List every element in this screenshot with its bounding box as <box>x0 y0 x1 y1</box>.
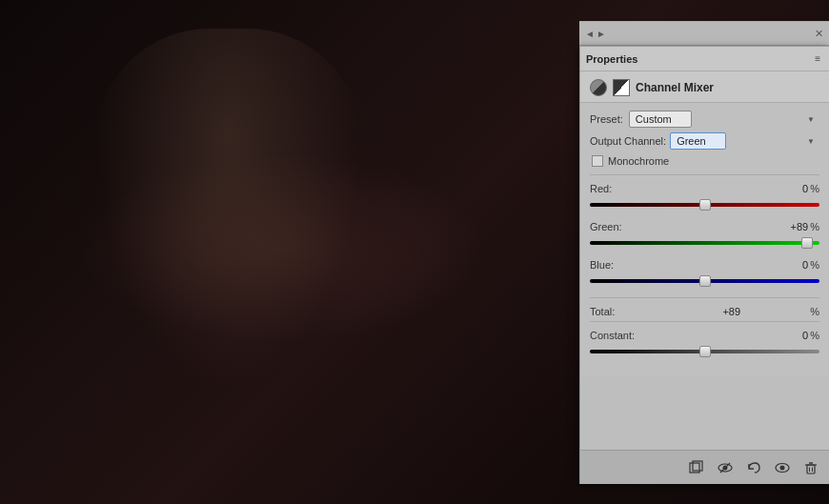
green-track-wrapper[interactable] <box>590 234 819 252</box>
green-value-group: +89 % <box>779 221 819 232</box>
red-label: Red: <box>590 183 633 194</box>
constant-thumb[interactable] <box>699 346 711 357</box>
blue-track-wrapper[interactable] <box>590 272 819 290</box>
panel-title: Properties <box>586 53 637 65</box>
green-thumb[interactable] <box>801 237 813 249</box>
undo-icon[interactable] <box>743 457 764 478</box>
total-pct: % <box>810 306 819 317</box>
preset-label: Preset: <box>590 113 623 125</box>
red-value: 0 <box>779 183 808 194</box>
red-value-group: 0 % <box>779 183 819 194</box>
blue-slider-top: Blue: 0 % <box>590 259 819 271</box>
green-slider-top: Green: +89 % <box>590 221 819 232</box>
channel-mixer-title: Channel Mixer <box>636 81 714 94</box>
svg-rect-7 <box>807 465 815 474</box>
monochrome-label: Monochrome <box>608 155 669 167</box>
divider-1 <box>590 174 819 175</box>
channel-mixer-header: Channel Mixer <box>580 71 829 103</box>
panel-body: Preset: Custom Default Output Channel: R… <box>580 103 829 375</box>
divider-3 <box>590 321 819 322</box>
blue-label: Blue: <box>590 259 633 271</box>
total-row: Total: +89 % <box>590 306 819 317</box>
adjustment-circle-icon <box>590 79 607 96</box>
window-light-effect <box>95 29 362 391</box>
constant-slider-top: Constant: 0 % <box>590 330 819 341</box>
red-thumb[interactable] <box>699 199 711 211</box>
constant-value: 0 <box>779 330 808 341</box>
blue-slider-section: Blue: 0 % <box>590 259 819 290</box>
red-track-wrapper[interactable] <box>590 196 819 213</box>
svg-point-6 <box>780 465 785 470</box>
output-channel-label: Output Channel: <box>590 135 666 147</box>
total-value: +89 <box>712 306 740 317</box>
arrow-left-icon[interactable]: ◄ <box>585 29 595 39</box>
constant-label: Constant: <box>590 330 635 341</box>
constant-track-wrapper[interactable] <box>590 343 819 360</box>
properties-panel: Properties ≡ Channel Mixer Preset: Custo… <box>579 46 829 484</box>
adjustment-square-icon <box>613 79 630 96</box>
constant-value-group: 0 % <box>779 330 819 341</box>
blue-pct: % <box>810 259 819 271</box>
trash-icon[interactable] <box>800 457 821 478</box>
close-icon[interactable]: ✕ <box>815 28 823 40</box>
blue-value: 0 <box>779 259 808 271</box>
red-slider-section: Red: 0 % <box>590 183 819 213</box>
constant-pct: % <box>810 330 819 341</box>
panel-controls: ≡ <box>812 52 823 65</box>
eye-icon[interactable] <box>772 457 793 478</box>
output-channel-row: Output Channel: Red Green Blue <box>590 132 819 150</box>
green-pct: % <box>810 221 819 232</box>
green-slider-section: Green: +89 % <box>590 221 819 252</box>
panel-titlebar: Properties ≡ <box>580 47 829 71</box>
panel-topbar: ◄ ► ✕ <box>579 21 829 46</box>
output-channel-dropdown-wrapper: Red Green Blue <box>670 132 819 150</box>
green-label: Green: <box>590 221 633 232</box>
panel-menu-icon[interactable]: ≡ <box>812 52 823 65</box>
total-label: Total: <box>590 306 642 317</box>
blue-value-group: 0 % <box>779 259 819 271</box>
blue-thumb[interactable] <box>699 275 711 287</box>
red-slider-top: Red: 0 % <box>590 183 819 194</box>
arrow-right-icon[interactable]: ► <box>596 29 606 39</box>
preset-dropdown-wrapper: Custom Default <box>629 111 819 128</box>
topbar-arrows[interactable]: ◄ ► <box>585 29 606 39</box>
constant-slider-section: Constant: 0 % <box>590 330 819 360</box>
panel-title-group: Properties <box>586 53 637 65</box>
output-channel-dropdown[interactable]: Red Green Blue <box>670 132 726 150</box>
visibility-icon[interactable] <box>715 457 736 478</box>
divider-2 <box>590 297 819 298</box>
panel-bottom-toolbar <box>580 450 829 484</box>
preset-row: Preset: Custom Default <box>590 111 819 128</box>
green-track <box>590 241 819 245</box>
layer-comp-icon[interactable] <box>686 457 707 478</box>
green-value: +89 <box>779 221 808 232</box>
red-pct: % <box>810 183 819 194</box>
monochrome-checkbox[interactable] <box>592 155 603 167</box>
preset-dropdown[interactable]: Custom Default <box>629 111 692 128</box>
monochrome-row: Monochrome <box>590 155 819 167</box>
